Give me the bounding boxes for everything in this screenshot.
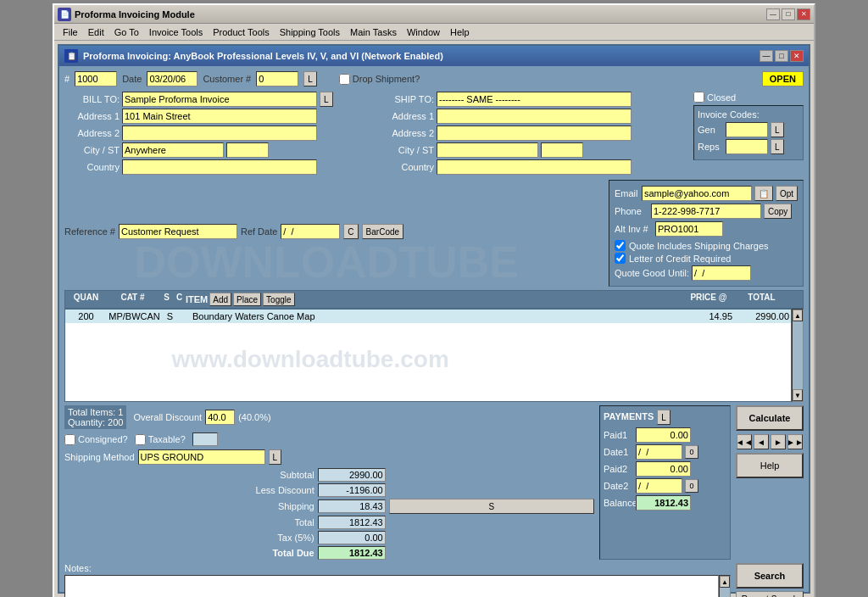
minimize-button[interactable]: — — [766, 8, 780, 20]
bill-address1-input[interactable] — [122, 109, 317, 124]
scroll-down-button[interactable]: ▼ — [793, 389, 803, 401]
menu-product-tools[interactable]: Product Tools — [208, 25, 274, 39]
window-minimize-button[interactable]: — — [760, 50, 773, 62]
ship-address1-input[interactable] — [437, 109, 632, 124]
tax-input[interactable] — [318, 531, 386, 544]
menu-goto[interactable]: Go To — [109, 25, 144, 39]
ref-c-button[interactable]: C — [343, 224, 358, 239]
reference-section: Reference # Ref Date C BarCode — [64, 180, 602, 283]
shipping-calc-button[interactable]: S — [389, 499, 594, 514]
balance-input[interactable] — [636, 495, 691, 511]
bill-city-input[interactable] — [122, 142, 224, 158]
quote-until-input[interactable] — [692, 265, 751, 281]
total-input[interactable] — [318, 516, 386, 529]
subtotal-input[interactable] — [318, 468, 386, 482]
phone-input[interactable] — [651, 204, 761, 219]
reference-contact-section: Reference # Ref Date C BarCode Email 📋 O… — [64, 180, 804, 287]
invoice-number-input[interactable] — [75, 71, 117, 86]
taxable-checkbox[interactable] — [135, 434, 146, 445]
menu-help[interactable]: Help — [445, 25, 475, 39]
maximize-button[interactable]: □ — [782, 8, 795, 20]
menu-main-tasks[interactable]: Main Tasks — [345, 25, 402, 39]
customer-number-input[interactable] — [256, 71, 298, 86]
nav-next-button[interactable]: ► — [771, 434, 786, 449]
window-close-button[interactable]: ✕ — [790, 50, 804, 62]
notes-textarea[interactable] — [64, 575, 719, 597]
altinv-input[interactable] — [655, 221, 723, 237]
paid1-input[interactable] — [636, 427, 691, 443]
menu-edit[interactable]: Edit — [83, 25, 109, 39]
reps-code-input[interactable] — [726, 139, 768, 154]
payments-lookup-button[interactable]: L — [657, 410, 670, 425]
ship-address2-input[interactable] — [437, 126, 632, 141]
ship-country-input[interactable] — [437, 159, 632, 175]
shipping-method-lookup-button[interactable]: L — [269, 449, 282, 465]
quote-shipping-checkbox[interactable] — [615, 240, 626, 251]
bill-state-input[interactable] — [226, 142, 269, 158]
paid1-row: Paid1 — [604, 427, 726, 443]
discount-input[interactable] — [205, 410, 235, 425]
ship-state-input[interactable] — [541, 142, 583, 158]
menu-file[interactable]: File — [58, 25, 83, 39]
reference-input[interactable] — [119, 224, 237, 239]
nav-first-button[interactable]: ◄◄ — [737, 434, 752, 449]
stats-box: Total Items: 1 Quantity: 200 — [64, 405, 126, 429]
quote-until-label: Quote Good Until: — [615, 268, 689, 278]
window-title-bar: 📋 Proforma Invoicing: AnyBook Profession… — [59, 46, 809, 66]
date2-btn[interactable]: 0 — [685, 479, 698, 493]
opt-button[interactable]: Opt — [776, 186, 798, 201]
nav-prev-button[interactable]: ◄ — [754, 434, 769, 449]
email-copy-button[interactable]: 📋 — [754, 186, 773, 201]
search-button[interactable]: Search — [736, 563, 804, 589]
less-discount-input[interactable] — [318, 483, 386, 497]
close-button[interactable]: ✕ — [797, 8, 810, 20]
items-table-body: 200 MP/BWCAN S Boundary Waters Canoe Map… — [64, 309, 792, 402]
gen-code-input[interactable] — [726, 122, 768, 137]
scroll-up-button[interactable]: ▲ — [793, 310, 803, 321]
place-button[interactable]: Place — [233, 293, 261, 306]
nav-last-button[interactable]: ►► — [787, 434, 803, 449]
date1-input[interactable] — [636, 444, 682, 460]
toggle-button[interactable]: Toggle — [263, 293, 294, 306]
reps-lookup-button[interactable]: L — [771, 139, 784, 154]
ship-city-input[interactable] — [437, 142, 538, 158]
status-badge: OPEN — [762, 71, 804, 86]
date-input[interactable] — [147, 71, 198, 86]
notes-scrollbar[interactable]: ▲ ▼ — [719, 575, 731, 597]
bill-to-lookup-button[interactable]: L — [320, 92, 333, 107]
bill-to-name-input[interactable] — [122, 92, 317, 107]
consigned-checkbox[interactable] — [64, 434, 75, 445]
shipping-method-input[interactable] — [138, 449, 265, 465]
date1-btn[interactable]: 0 — [685, 445, 698, 459]
email-input[interactable] — [642, 186, 752, 201]
menu-shipping-tools[interactable]: Shipping Tools — [275, 25, 345, 39]
copy-phone-button[interactable]: Copy — [764, 204, 792, 219]
notes-scroll-up[interactable]: ▲ — [720, 576, 730, 588]
bill-country-label: Country — [64, 162, 120, 172]
menu-window[interactable]: Window — [402, 25, 445, 39]
closed-checkbox[interactable] — [693, 92, 704, 103]
paid2-input[interactable] — [636, 461, 691, 477]
repeat-search-button[interactable]: Repeat Search — [736, 591, 804, 597]
letter-credit-checkbox[interactable] — [615, 253, 626, 264]
barcode-button[interactable]: BarCode — [362, 224, 403, 239]
calculate-button[interactable]: Calculate — [736, 405, 804, 431]
quote-shipping-label: Quote Includes Shipping Charges — [629, 241, 769, 251]
gen-lookup-button[interactable]: L — [771, 122, 784, 137]
bill-country-input[interactable] — [122, 159, 317, 175]
customer-lookup-button[interactable]: L — [303, 71, 317, 86]
shipping-input[interactable] — [318, 499, 386, 513]
menu-invoice-tools[interactable]: Invoice Tools — [144, 25, 208, 39]
ship-to-name-input[interactable] — [437, 92, 632, 107]
drop-shipment-checkbox[interactable] — [339, 74, 350, 85]
total-due-input[interactable] — [318, 546, 386, 560]
ref-date-input[interactable] — [281, 224, 340, 239]
date2-input[interactable] — [636, 478, 682, 494]
bill-address2-input[interactable] — [122, 126, 317, 141]
add-button[interactable]: Add — [209, 293, 231, 306]
window-maximize-button[interactable]: □ — [775, 50, 788, 62]
email-label: Email — [615, 188, 639, 198]
items-scrollbar[interactable]: ▲ ▼ — [792, 309, 804, 402]
help-button[interactable]: Help — [736, 453, 804, 478]
taxable-input[interactable] — [192, 432, 218, 446]
